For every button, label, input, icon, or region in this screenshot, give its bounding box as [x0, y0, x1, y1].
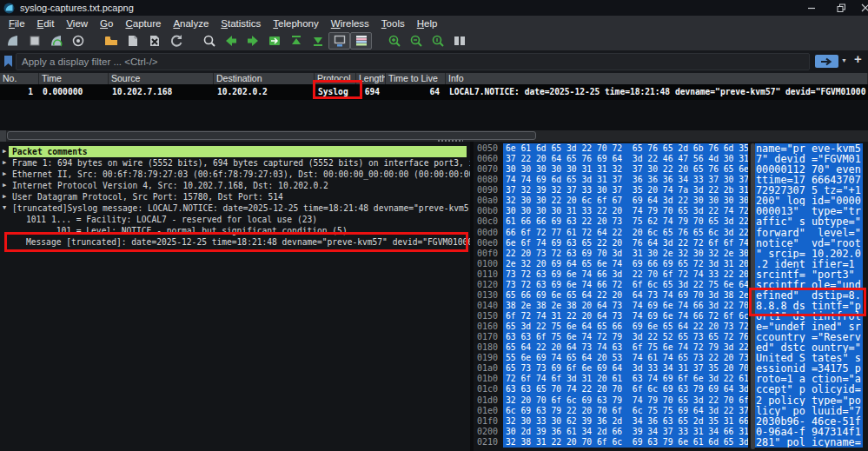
go-forward-button[interactable] [242, 32, 263, 50]
zoom-original-button[interactable] [427, 32, 448, 50]
packet-row[interactable]: 10.00000010.202.7.16810.202.0.2Syslog694… [0, 84, 868, 100]
menu-capture[interactable]: Capture [119, 17, 167, 30]
hex-ascii[interactable]: roto=1 a ction="a [755, 374, 863, 384]
detail-row[interactable]: 1011 1... = Facility: LOCAL7 - reserved … [0, 214, 470, 225]
hex-ascii[interactable]: notice" vd="root [755, 238, 863, 249]
hex-row[interactable]: 00b030 30 30 30 31 33 22 20 74 79 70 65 … [474, 206, 868, 216]
hex-bytes[interactable]: 65 66 69 6e 65 64 22 20 64 73 74 69 70 3… [503, 290, 748, 301]
hex-bytes[interactable]: 6f 72 74 31 22 20 64 73 74 69 6e 74 66 7… [503, 311, 748, 322]
detail-row[interactable]: ▶Internet Protocol Version 4, Src: 10.20… [0, 180, 470, 191]
hex-bytes[interactable]: 72 6f 74 6f 3d 31 20 61 63 74 69 6f 6e 3… [503, 374, 748, 384]
hex-bytes[interactable]: 2e 32 20 69 64 65 6e 74 69 66 69 65 72 3… [503, 259, 748, 269]
horizontal-scrollbar-thumb[interactable] [7, 131, 536, 140]
hex-ascii[interactable]: srcintf= "port3" [755, 269, 863, 280]
hex-row[interactable]: 00e06e 6f 74 69 63 65 22 20 76 64 3d 22 … [474, 238, 868, 249]
menu-go[interactable]: Go [94, 17, 119, 30]
hex-row[interactable]: 01d032 20 70 6f 6c 69 63 79 74 79 70 65 … [474, 395, 868, 406]
hex-ascii[interactable]: 2 policy type="po [755, 395, 863, 406]
hex-bytes[interactable]: 38 2e 38 2e 38 20 64 73 74 69 6e 74 66 3… [503, 301, 748, 311]
hex-ascii[interactable]: 7" devid ="FGVM01 [755, 154, 863, 164]
menu-edit[interactable]: Edit [31, 17, 61, 30]
hex-ascii[interactable]: ttime=17 66643707 [755, 175, 863, 185]
minimize-button[interactable] [797, 0, 826, 16]
hex-row[interactable]: 01f032 30 33 30 62 39 36 2d 34 36 63 65 … [474, 416, 868, 427]
expander-closed-icon[interactable]: ▶ [3, 180, 6, 191]
hex-ascii[interactable]: 00000112 70" even [755, 164, 863, 175]
hex-ascii[interactable]: licy" po luuid="7 [755, 406, 863, 416]
packet-cell-source[interactable]: 10.202.7.168 [109, 84, 214, 100]
hex-ascii[interactable]: 281" pol icyname= [755, 437, 863, 448]
hex-ascii[interactable]: essionid =34175 p [755, 363, 863, 374]
hex-ascii[interactable]: 000013" type="tr [755, 206, 863, 216]
hex-row[interactable]: 011073 72 63 69 6e 74 66 3d 22 70 6f 72 … [474, 269, 868, 280]
capture-options-button[interactable] [67, 32, 89, 50]
hex-ascii[interactable]: " srcip= 10.202.0 [755, 249, 863, 259]
menu-help[interactable]: Help [411, 17, 444, 30]
start-capture-button[interactable] [2, 32, 23, 50]
expander-closed-icon[interactable]: ▶ [3, 169, 6, 180]
hex-row[interactable]: 017063 63 6f 75 6e 74 72 79 3d 22 52 65 … [474, 332, 868, 342]
maximize-button[interactable] [826, 0, 856, 16]
hex-bytes[interactable]: 32 30 30 22 20 6c 6f 67 69 64 3d 22 30 3… [503, 196, 748, 206]
hex-ascii[interactable]: affic" s ubtype=" [755, 216, 863, 227]
scrollbar-left-button[interactable] [0, 130, 6, 142]
hex-bytes[interactable]: 22 20 73 72 63 69 70 3d 31 30 2e 32 30 3… [503, 249, 748, 259]
go-to-packet-button[interactable] [263, 32, 285, 50]
filter-dropdown-caret[interactable]: ▼ [841, 57, 847, 63]
column-header-time-to-live[interactable]: Time to Live [386, 73, 446, 84]
detail-row[interactable]: ▶Frame 1: 694 bytes on wire (5552 bits),… [0, 157, 470, 169]
hex-bytes[interactable]: 6e 61 6d 65 3d 22 70 72 65 76 65 2d 6b 7… [503, 143, 748, 154]
detail-row[interactable]: ▶Packet comments [0, 146, 470, 157]
column-header-no-[interactable]: No. [0, 73, 39, 84]
title-bar[interactable]: syslog-captures.txt.pcapng [0, 0, 868, 16]
hex-bytes[interactable]: 37 32 39 32 37 33 30 37 35 20 74 7a 3d 2… [503, 185, 748, 196]
expander-open-icon[interactable]: ▼ [3, 202, 6, 214]
column-header-destination[interactable]: Destination [214, 73, 315, 84]
expander-closed-icon[interactable]: ▶ [3, 191, 6, 202]
detail-row[interactable]: ▼[truncated]Syslog message: LOCAL7.NOTIC… [0, 202, 470, 214]
hex-row[interactable]: 01a065 73 73 69 6f 6e 69 64 3d 33 34 31 … [474, 363, 868, 374]
packet-cell-time-to-live[interactable]: 64 [386, 84, 446, 100]
hex-row[interactable]: 016065 3d 22 75 6e 64 65 66 69 6e 65 64 … [474, 322, 868, 332]
detail-row[interactable]: ▶Ethernet II, Src: 00:6f:78:79:27:03 (00… [0, 169, 470, 180]
hex-row[interactable]: 020030 2d 39 36 61 34 2d 66 39 34 37 33 … [474, 427, 868, 437]
hex-row[interactable]: 00c061 66 66 69 63 22 20 73 75 62 74 79 … [474, 216, 868, 227]
menu-telephony[interactable]: Telephony [267, 17, 324, 30]
menu-tools[interactable]: Tools [375, 17, 411, 30]
hex-row[interactable]: 00a032 30 30 22 20 6c 6f 67 69 64 3d 22 … [474, 196, 868, 206]
stop-capture-button[interactable] [23, 32, 45, 50]
hex-row[interactable]: 01b072 6f 74 6f 3d 31 20 61 63 74 69 6f … [474, 374, 868, 384]
hex-ascii[interactable]: 200" log id="0000 [755, 196, 863, 206]
hex-bytes[interactable]: 30 30 30 30 30 31 31 32 37 30 22 20 65 7… [503, 164, 748, 175]
packet-cell-destination[interactable]: 10.202.0.2 [214, 84, 315, 100]
colorize-button[interactable] [350, 32, 372, 50]
hex-row[interactable]: 008074 74 69 6d 65 3d 31 37 36 36 36 34 … [474, 175, 868, 185]
hex-row[interactable]: 01e06c 69 63 79 22 20 70 6f 6c 75 75 69 … [474, 406, 868, 416]
add-filter-button[interactable]: + [854, 51, 862, 66]
hex-bytes[interactable]: 6c 69 63 79 22 20 70 6f 6c 75 75 69 64 3… [503, 406, 748, 416]
go-first-packet-button[interactable] [285, 32, 307, 50]
reload-file-button[interactable] [165, 32, 187, 50]
hex-row[interactable]: 009037 32 39 32 37 33 30 37 35 20 74 7a … [474, 185, 868, 196]
column-header-source[interactable]: Source [109, 73, 214, 84]
hex-ascii[interactable]: United S tates" s [755, 353, 863, 363]
close-button[interactable] [856, 0, 868, 16]
expander-closed-icon[interactable]: ▶ [3, 157, 6, 169]
menu-file[interactable]: File [3, 17, 31, 30]
filter-bookmark-icon[interactable] [3, 55, 13, 71]
hex-ascii[interactable]: name="pr eve-kvm5 [755, 143, 863, 154]
menu-analyze[interactable]: Analyze [167, 17, 215, 30]
save-file-button[interactable] [122, 32, 143, 50]
hex-bytes[interactable]: 30 30 30 30 31 33 22 20 74 79 70 65 3d 2… [503, 206, 748, 216]
menu-statistics[interactable]: Statistics [215, 17, 267, 30]
open-file-button[interactable] [100, 32, 122, 50]
hex-bytes[interactable]: 66 6f 72 77 61 72 64 22 20 6c 65 76 65 6… [503, 228, 748, 238]
hex-bytes[interactable]: 61 66 66 69 63 22 20 73 75 62 74 79 70 6… [503, 216, 748, 227]
hex-row[interactable]: 00d066 6f 72 77 61 72 64 22 20 6c 65 76 … [474, 228, 868, 238]
column-header-info[interactable]: Info [446, 73, 868, 84]
hex-bytes[interactable]: 65 64 22 20 64 73 74 63 6f 75 6e 74 72 7… [503, 342, 748, 353]
hex-row[interactable]: 00506e 61 6d 65 3d 22 70 72 65 76 65 2d … [474, 143, 868, 154]
hex-bytes[interactable]: 32 38 31 22 20 70 6f 6c 69 63 79 6e 61 6… [503, 437, 748, 448]
auto-scroll-button[interactable] [328, 32, 350, 50]
hex-bytes[interactable]: 63 63 65 70 74 22 20 70 6f 6c 69 63 79 6… [503, 384, 748, 395]
